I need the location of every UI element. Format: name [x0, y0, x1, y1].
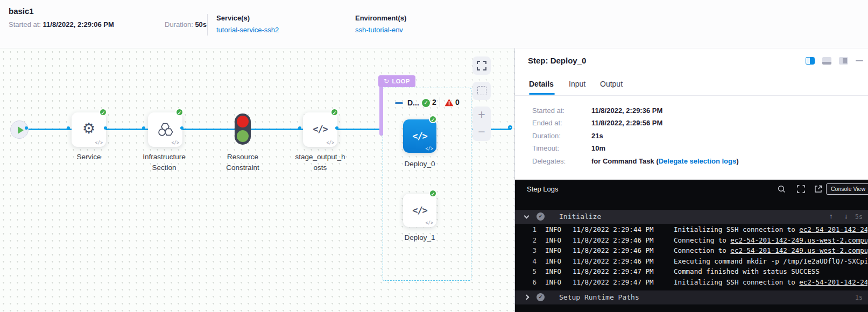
- success-badge-icon: [429, 115, 437, 123]
- tab-output[interactable]: Output: [600, 80, 623, 88]
- port: [25, 126, 28, 130]
- section-success-icon: [537, 293, 545, 301]
- zoom-controls: + −: [472, 107, 491, 141]
- services-label: Service(s): [216, 14, 250, 22]
- scroll-up-icon[interactable]: ↑: [829, 212, 833, 220]
- started-label: Started at:: [9, 20, 41, 29]
- bottom-pane-icon[interactable]: [822, 57, 831, 65]
- node-deploy-1[interactable]: </> </>: [403, 194, 436, 227]
- detail-label: Timeout:: [532, 144, 559, 152]
- delegates-suffix: ): [736, 157, 738, 165]
- port: [104, 126, 107, 130]
- detail-label: Started at:: [532, 107, 564, 115]
- loop-container: [383, 88, 471, 281]
- service-link[interactable]: tutorial-service-ssh2: [216, 26, 279, 34]
- log-line: 6 INFO 11/8/2022 2:29:47 PM Initializing…: [515, 278, 868, 289]
- code-corner-icon: </>: [426, 146, 433, 151]
- success-badge-icon: [99, 108, 107, 116]
- chevron-down-icon[interactable]: [524, 214, 530, 219]
- open-in-new-icon[interactable]: [814, 185, 822, 193]
- delegates-prefix: for Command Task (: [591, 157, 659, 165]
- search-icon[interactable]: [778, 185, 786, 193]
- log-section-initialize[interactable]: Initialize ↑ ↓ 5s: [515, 210, 868, 224]
- matrix-failure-count: 0: [455, 98, 460, 107]
- section-duration: 1s: [855, 294, 863, 301]
- log-time: 11/8/2022 2:29:44 PM: [573, 225, 654, 233]
- log-message: Executing command mkdir -p /tmp/Ie2aUDfl…: [674, 257, 867, 265]
- infrastructure-icon: [156, 122, 175, 137]
- zoom-out-button[interactable]: −: [472, 124, 491, 141]
- minimize-icon[interactable]: [856, 60, 863, 62]
- detail-row: Duration: 21s: [515, 132, 868, 145]
- code-corner-icon: </>: [172, 140, 179, 145]
- split-view-icon[interactable]: [806, 57, 815, 65]
- port: [67, 126, 70, 130]
- node-deploy-0[interactable]: </> </>: [403, 119, 436, 153]
- console-view-button[interactable]: Console View: [826, 183, 868, 195]
- fit-to-screen-button[interactable]: [472, 56, 491, 75]
- duration: Duration: 50s: [165, 20, 207, 29]
- detail-value: 11/8/2022, 2:29:56 PM: [591, 119, 662, 127]
- detail-row: Timeout: 10m: [515, 144, 868, 157]
- port: [298, 126, 301, 130]
- scroll-down-icon[interactable]: ↓: [844, 212, 848, 220]
- started-at: Started at: 11/8/2022, 2:29:06 PM: [9, 20, 114, 29]
- node-label-service: Service: [51, 152, 126, 162]
- environment-link[interactable]: ssh-tutorial-env: [355, 26, 403, 34]
- duration-label: Duration:: [165, 20, 193, 29]
- expand-logs-icon[interactable]: [797, 185, 805, 193]
- node-label-resource-constraint: Resource Constraint: [221, 152, 264, 174]
- header-divider: [207, 14, 208, 36]
- tab-details[interactable]: Details: [529, 80, 554, 88]
- port: [335, 126, 338, 130]
- traffic-green: [237, 130, 249, 142]
- right-pane-icon[interactable]: [839, 57, 848, 65]
- log-text: Command finished with status SUCCESS: [674, 267, 820, 275]
- delegate-selection-logs-link[interactable]: Delegate selection logs: [659, 157, 737, 165]
- node-label-deploy-0: Deploy_0: [387, 159, 452, 169]
- matrix-collapse-toggle[interactable]: [395, 102, 403, 104]
- log-time: 11/8/2022 2:29:46 PM: [573, 236, 654, 244]
- node-infrastructure[interactable]: </>: [148, 112, 182, 147]
- host-link[interactable]: ec2-54-201-142-249.us-west-2.compute.ama…: [730, 236, 867, 244]
- host-link[interactable]: ec2-54-201-142-249.us-west-2.compute.ama…: [799, 278, 867, 286]
- node-stage-output-hosts[interactable]: </> </>: [303, 112, 337, 147]
- execution-header: basic1 Started at: 11/8/2022, 2:29:06 PM…: [0, 0, 868, 48]
- step-panel-title: Step: Deploy_0: [528, 56, 586, 65]
- code-corner-icon: </>: [426, 221, 433, 225]
- log-text: Connection to: [674, 246, 730, 254]
- log-line: 1 INFO 11/8/2022 2:29:44 PM Initializing…: [515, 225, 868, 236]
- log-level: INFO: [545, 236, 561, 244]
- zoom-in-button[interactable]: +: [472, 107, 491, 124]
- marquee-select-button[interactable]: [472, 82, 491, 100]
- tab-input[interactable]: Input: [569, 80, 585, 88]
- log-line: 2 INFO 11/8/2022 2:29:46 PM Connecting t…: [515, 236, 868, 247]
- detail-value: 10m: [591, 144, 605, 152]
- log-message: Command finished with status SUCCESS: [674, 267, 867, 275]
- log-section-setup-runtime-paths[interactable]: Setup Runtime Paths 1s: [515, 290, 868, 304]
- line-number: 5: [520, 267, 537, 275]
- chevron-right-icon[interactable]: [524, 295, 530, 300]
- line-number: 2: [520, 236, 537, 244]
- line-number: 3: [520, 246, 537, 254]
- detail-value: 11/8/2022, 2:29:36 PM: [591, 107, 662, 115]
- host-link[interactable]: ec2-54-201-142-249.us-west-2.compute.ama…: [730, 246, 867, 254]
- node-service[interactable]: </>: [72, 112, 106, 147]
- started-value: 11/8/2022, 2:29:06 PM: [43, 20, 114, 29]
- line-number: 6: [520, 278, 537, 286]
- log-message: Connecting to ec2-54-201-142-249.us-west…: [674, 236, 867, 244]
- host-link[interactable]: ec2-54-201-142-249.us-west-2.compute.ama…: [799, 225, 867, 233]
- duration-value: 50s: [195, 20, 207, 29]
- log-message: Initializing SSH connection to ec2-54-20…: [674, 225, 867, 233]
- section-name: Setup Runtime Paths: [559, 293, 639, 301]
- matrix-success-count: 2: [432, 98, 436, 107]
- panel-layout-controls: [806, 57, 863, 65]
- traffic-red: [237, 116, 249, 127]
- start-node[interactable]: [10, 120, 29, 139]
- resource-constraint-icon[interactable]: [235, 114, 251, 145]
- log-level: INFO: [545, 278, 561, 286]
- pipeline-canvas[interactable]: </> Service </> Infrastructure Section R…: [0, 48, 514, 312]
- log-text: Initializing SSH connection to: [674, 225, 799, 233]
- success-badge-icon: [429, 189, 437, 197]
- port: [142, 126, 145, 130]
